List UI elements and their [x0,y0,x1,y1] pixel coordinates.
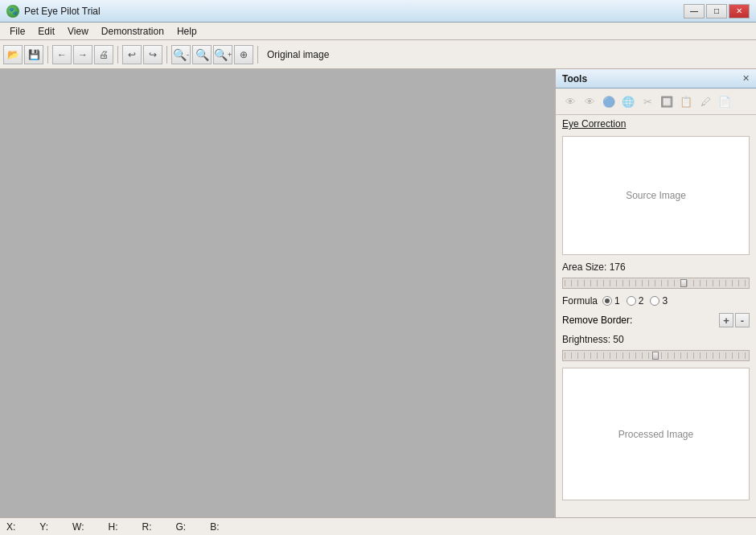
title-bar: 🐾 Pet Eye Pilot Trial — □ ✕ [0,0,756,23]
eye-correction-title: Eye Correction [556,115,756,133]
tool-eye2-icon[interactable]: 👁 [581,93,598,109]
y-label: Y: [39,521,48,533]
main-area: Tools ✕ 👁 👁 🔵 🌐 ✂ 🔲 📋 🖊 📄 Eye Correction… [0,69,756,517]
separator-3 [166,46,167,64]
toolbar: 📂 💾 ← → 🖨 ↩ ↪ 🔍- 🔍 🔍+ ⊕ Original image [0,40,756,69]
area-size-slider[interactable] [562,278,750,289]
app-icon: 🐾 [6,5,19,18]
area-size-thumb[interactable] [680,279,687,287]
menu-bar: File Edit View Demonstration Help [0,23,756,40]
formula-row: Formula 1 2 3 [556,292,756,310]
menu-help[interactable]: Help [171,24,203,39]
r-label: R: [142,521,151,533]
menu-file[interactable]: File [3,24,31,39]
menu-edit[interactable]: Edit [31,24,61,39]
remove-border-label: Remove Border: [562,315,632,326]
tool-doc-icon[interactable]: 📄 [717,93,733,109]
separator-2 [117,46,118,64]
formula-label: Formula [562,295,598,307]
brightness-slider-container [556,348,756,364]
print-button[interactable]: 🖨 [94,45,113,64]
processed-image-preview: Processed Image [562,368,750,500]
area-size-label: Area Size: 176 [562,261,626,273]
tool-scissors-icon[interactable]: ✂ [639,93,655,109]
status-b: B: [210,521,219,533]
tool-extra-button[interactable]: ⊕ [234,45,253,64]
remove-border-buttons: + - [719,313,750,327]
menu-demonstration[interactable]: Demonstration [95,24,171,39]
forward-button[interactable]: → [73,45,92,64]
open-button[interactable]: 📂 [3,45,23,64]
b-label: B: [210,521,219,533]
zoom-out-button[interactable]: 🔍- [171,45,191,64]
back-button[interactable]: ← [52,45,72,64]
tools-icons-row: 👁 👁 🔵 🌐 ✂ 🔲 📋 🖊 📄 [556,88,756,115]
status-h: H: [108,521,117,533]
brightness-label: Brightness: 50 [562,334,624,345]
brightness-thumb[interactable] [652,352,659,360]
image-label: Original image [267,49,329,60]
tool-eye-icon[interactable]: 👁 [562,93,578,109]
status-g: G: [175,521,186,533]
tool-circle-icon[interactable]: 🔵 [601,93,617,109]
formula-radio-1[interactable]: 1 [602,295,620,307]
x-label: X: [6,521,15,533]
tools-close-button[interactable]: ✕ [742,73,750,84]
status-bar: X: Y: W: H: R: G: B: [0,517,756,535]
canvas-area[interactable] [0,69,555,517]
h-label: H: [108,521,117,533]
source-image-label: Source Image [626,190,686,201]
area-size-row: Area Size: 176 [556,258,756,276]
radio-circle-1 [602,296,612,306]
app-title: Pet Eye Pilot Trial [24,6,684,17]
undo-button[interactable]: ↩ [122,45,142,64]
close-button[interactable]: ✕ [729,4,750,19]
remove-border-row: Remove Border: + - [556,310,756,331]
formula-option-1: 1 [614,295,620,307]
tool-globe-icon[interactable]: 🌐 [620,93,636,109]
status-x: X: [6,521,15,533]
tool-pen-icon[interactable]: 🖊 [697,93,713,109]
area-size-track [565,280,747,286]
radio-circle-3 [650,296,659,306]
tools-panel: Tools ✕ 👁 👁 🔵 🌐 ✂ 🔲 📋 🖊 📄 Eye Correction… [555,69,756,517]
area-size-slider-container [556,276,756,292]
tool-box-icon[interactable]: 🔲 [659,93,675,109]
source-image-preview: Source Image [562,136,750,255]
brightness-row: Brightness: 50 [556,331,756,348]
minimize-button[interactable]: — [684,4,705,19]
brightness-slider[interactable] [562,350,750,361]
menu-view[interactable]: View [61,24,95,39]
radio-circle-2 [627,296,636,306]
formula-radio-2[interactable]: 2 [627,295,644,307]
formula-option-2: 2 [639,295,644,307]
remove-border-minus-button[interactable]: - [735,313,750,327]
formula-option-3: 3 [662,295,668,307]
window-controls: — □ ✕ [684,4,750,19]
redo-button[interactable]: ↪ [143,45,162,64]
formula-radio-group: 1 2 3 [602,295,668,307]
zoom-in-button[interactable]: 🔍+ [213,45,232,64]
status-w: W: [72,521,84,533]
remove-border-plus-button[interactable]: + [719,313,733,327]
maximize-button[interactable]: □ [706,4,727,19]
tool-clipboard-icon[interactable]: 📋 [678,93,694,109]
formula-radio-3[interactable]: 3 [650,295,668,307]
zoom-fit-button[interactable]: 🔍 [192,45,212,64]
tools-header: Tools ✕ [556,69,756,88]
w-label: W: [72,521,84,533]
g-label: G: [175,521,186,533]
save-button[interactable]: 💾 [24,45,43,64]
separator-1 [47,46,48,64]
separator-4 [257,46,258,64]
processed-image-label: Processed Image [618,429,693,440]
tools-title: Tools [562,73,587,84]
status-y: Y: [39,521,48,533]
status-r: R: [142,521,151,533]
